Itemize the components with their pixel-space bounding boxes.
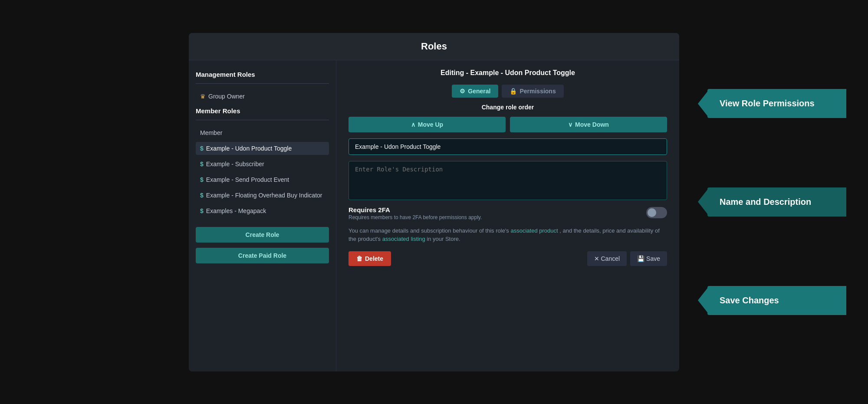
sidebar-item-udon-toggle[interactable]: $ Example - Udon Product Toggle bbox=[196, 142, 329, 155]
tab-general-label: General bbox=[468, 88, 490, 95]
trash-icon: 🗑 bbox=[356, 255, 362, 262]
twofa-desc: Requires members to have 2FA before perm… bbox=[349, 214, 639, 220]
twofa-toggle[interactable] bbox=[646, 207, 667, 218]
role-label-0: Example - Udon Product Toggle bbox=[206, 145, 292, 152]
role-description-textarea[interactable] bbox=[349, 161, 667, 200]
management-section-title: Management Roles bbox=[196, 71, 329, 78]
save-button[interactable]: 💾 Save bbox=[630, 251, 667, 266]
name-and-description-label: Name and Description bbox=[707, 187, 846, 217]
view-role-permissions-label: View Role Permissions bbox=[707, 89, 846, 118]
sidebar: Management Roles ♛ Group Owner Member Ro… bbox=[189, 60, 336, 371]
dollar-icon-4: $ bbox=[200, 207, 204, 214]
cancel-button[interactable]: ✕ Cancel bbox=[587, 251, 627, 266]
lock-icon: 🔒 bbox=[510, 88, 517, 95]
managed-text-3: in your Store. bbox=[427, 236, 460, 242]
twofa-text: Requires 2FA Requires members to have 2F… bbox=[349, 206, 639, 220]
move-up-button[interactable]: ∧ Move Up bbox=[349, 117, 506, 132]
callout-name-and-description: Name and Description bbox=[707, 187, 846, 217]
move-down-button[interactable]: ∨ Move Down bbox=[510, 117, 667, 132]
sidebar-item-subscriber[interactable]: $ Example - Subscriber bbox=[196, 158, 329, 171]
sidebar-item-floating[interactable]: $ Example - Floating Overhead Buy Indica… bbox=[196, 189, 329, 202]
change-order-label: Change role order bbox=[349, 104, 667, 111]
floppy-icon: 💾 bbox=[637, 255, 644, 262]
sidebar-item-group-owner[interactable]: ♛ Group Owner bbox=[196, 90, 329, 103]
role-label-1: Example - Subscriber bbox=[206, 161, 264, 168]
move-up-label: Move Up bbox=[418, 121, 443, 128]
sidebar-item-send-product[interactable]: $ Example - Send Product Event bbox=[196, 173, 329, 186]
create-paid-role-button[interactable]: Create Paid Role bbox=[196, 248, 329, 263]
chevron-down-icon: ∨ bbox=[568, 121, 572, 128]
sidebar-item-member[interactable]: Member bbox=[196, 126, 329, 139]
gear-icon: ⚙ bbox=[460, 88, 465, 95]
save-changes-label: Save Changes bbox=[707, 286, 846, 315]
create-role-button[interactable]: Create Role bbox=[196, 227, 329, 243]
group-owner-label: Group Owner bbox=[208, 93, 245, 100]
member-divider bbox=[196, 120, 329, 120]
tab-general[interactable]: ⚙ General bbox=[452, 85, 498, 98]
callout-container: View Role Permissions Name and Descripti… bbox=[664, 20, 846, 384]
dollar-icon-3: $ bbox=[200, 192, 204, 199]
move-down-label: Move Down bbox=[575, 121, 609, 128]
managed-text: You can manage details and subscription … bbox=[349, 227, 667, 243]
sidebar-item-megapack[interactable]: $ Examples - Megapack bbox=[196, 204, 329, 217]
role-label-3: Example - Floating Overhead Buy Indicato… bbox=[206, 192, 322, 199]
toggle-slider bbox=[646, 207, 667, 218]
panel-body: Management Roles ♛ Group Owner Member Ro… bbox=[189, 60, 679, 371]
dollar-icon-0: $ bbox=[200, 145, 204, 152]
twofa-row: Requires 2FA Requires members to have 2F… bbox=[349, 206, 667, 220]
twofa-label: Requires 2FA bbox=[349, 206, 639, 213]
managed-text-1: You can manage details and subscription … bbox=[349, 227, 509, 234]
main-panel: Roles Management Roles ♛ Group Owner Mem… bbox=[189, 33, 679, 371]
editing-title: Editing - Example - Udon Product Toggle bbox=[349, 69, 667, 77]
role-label-2: Example - Send Product Event bbox=[206, 176, 289, 183]
edit-panel: Editing - Example - Udon Product Toggle … bbox=[336, 60, 679, 371]
bottom-btn-row: 🗑 Delete ✕ Cancel 💾 Save bbox=[349, 251, 667, 266]
panel-title: Roles bbox=[189, 41, 679, 52]
outer-container: Roles Management Roles ♛ Group Owner Mem… bbox=[22, 20, 846, 384]
tab-permissions[interactable]: 🔒 Permissions bbox=[502, 85, 563, 98]
cancel-save-row: ✕ Cancel 💾 Save bbox=[587, 251, 667, 266]
role-name-input[interactable] bbox=[349, 138, 667, 155]
chevron-up-icon: ∧ bbox=[411, 121, 415, 128]
order-btn-row: ∧ Move Up ∨ Move Down bbox=[349, 117, 667, 132]
management-divider bbox=[196, 83, 329, 84]
callout-save-changes: Save Changes bbox=[707, 286, 846, 315]
panel-header: Roles bbox=[189, 33, 679, 60]
delete-label: Delete bbox=[365, 255, 383, 262]
save-label: Save bbox=[646, 255, 660, 262]
tab-row: ⚙ General 🔒 Permissions bbox=[349, 85, 667, 98]
callout-view-role-permissions: View Role Permissions bbox=[707, 89, 846, 118]
associated-product-link[interactable]: associated product bbox=[510, 227, 558, 234]
delete-button[interactable]: 🗑 Delete bbox=[349, 251, 391, 266]
crown-icon: ♛ bbox=[200, 93, 206, 100]
member-label: Member bbox=[200, 129, 222, 136]
dollar-icon-2: $ bbox=[200, 176, 204, 183]
dollar-icon-1: $ bbox=[200, 161, 204, 168]
associated-listing-link[interactable]: associated listing bbox=[382, 236, 425, 242]
role-label-4: Examples - Megapack bbox=[206, 207, 266, 214]
member-section-title: Member Roles bbox=[196, 107, 329, 115]
tab-permissions-label: Permissions bbox=[519, 88, 556, 95]
